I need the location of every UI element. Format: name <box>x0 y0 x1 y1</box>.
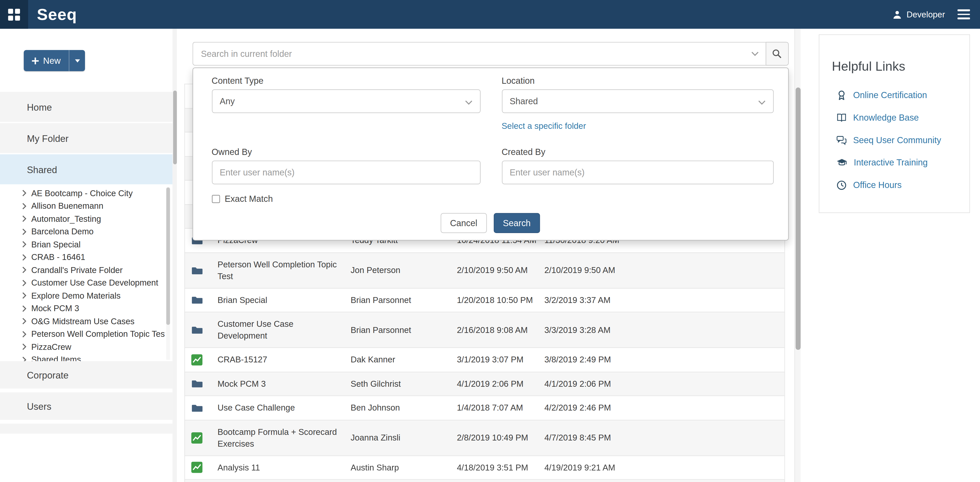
table-row[interactable]: Use Case Challenge Ben Johnson 1/4/2018 … <box>185 396 784 420</box>
chevron-down-icon[interactable] <box>751 51 758 56</box>
chevron-right-icon[interactable] <box>22 266 27 274</box>
new-button-dropdown[interactable] <box>68 50 85 71</box>
folder-tree-item[interactable]: Crandall's Private Folder <box>0 264 165 276</box>
helpful-links-list: Online Certification Knowledge Base Seeq… <box>819 84 969 196</box>
cancel-button[interactable]: Cancel <box>441 213 487 233</box>
chevron-right-icon[interactable] <box>22 189 27 197</box>
main-scrollbar[interactable] <box>794 29 800 482</box>
chevron-right-icon[interactable] <box>22 241 27 248</box>
book-icon <box>836 112 847 122</box>
table-row[interactable]: Bootcamp Formula + Scorecard Exercises J… <box>185 420 784 456</box>
table-row[interactable]: CRAB-15127 Dak Kanner 3/1/2019 3:07 PM 3… <box>185 348 784 372</box>
folder-tree-item-label: O&G Midstream Use Cases <box>31 317 135 326</box>
grid-icon <box>8 8 20 20</box>
search-icon <box>772 49 782 59</box>
folder-tree-item[interactable]: Brian Special <box>0 238 165 251</box>
item-updated-at: 4/1/2019 2:06 PM <box>544 379 784 388</box>
folder-tree-item[interactable]: Customer Use Case Development <box>0 276 165 289</box>
sidebar-scrollbar-thumb[interactable] <box>173 91 177 164</box>
chevron-right-icon[interactable] <box>22 292 27 299</box>
item-updated-at: 3/2/2019 3:37 AM <box>544 295 784 305</box>
folder-tree-item-label: Shared Items <box>31 355 81 361</box>
folder-tree-item[interactable]: O&G Midstream Use Cases <box>0 315 165 328</box>
chevron-right-icon[interactable] <box>22 343 27 351</box>
chevron-right-icon[interactable] <box>22 202 27 210</box>
chevron-right-icon[interactable] <box>22 305 27 312</box>
item-created-at: 1/20/2018 10:50 PM <box>457 295 544 305</box>
exact-match-checkbox[interactable]: Exact Match <box>212 194 273 204</box>
item-name-link[interactable]: Use Case Challenge <box>218 396 351 419</box>
select-specific-folder-link[interactable]: Select a specific folder <box>502 121 586 130</box>
item-name-link[interactable]: Analysis 15 <box>218 480 351 482</box>
folder-tree-item[interactable]: Barcelona Demo <box>0 225 165 238</box>
certification-icon <box>836 90 847 100</box>
tree-scrollbar-thumb[interactable] <box>166 188 170 325</box>
folder-tree-item[interactable]: Allison Buenemann <box>0 199 165 212</box>
new-button[interactable]: New <box>24 50 85 71</box>
sidebar-item-home[interactable]: Home <box>0 92 172 122</box>
table-row[interactable]: Brian Special Brian Parsonnet 1/20/2018 … <box>185 288 784 312</box>
chevron-right-icon[interactable] <box>22 330 27 338</box>
sidebar-item-shared[interactable]: Shared <box>0 154 172 185</box>
search-submit-button[interactable] <box>765 42 788 65</box>
link-interactive-training[interactable]: Interactive Training <box>819 151 969 173</box>
main-scrollbar-thumb[interactable] <box>795 87 801 350</box>
sidebar-item-users[interactable]: Users <box>0 392 172 420</box>
sidebar-item-label: Home <box>27 102 52 112</box>
created-by-input[interactable] <box>502 161 773 185</box>
user-menu[interactable]: Developer <box>893 10 945 19</box>
folder-tree-item[interactable]: CRAB - 16461 <box>0 251 165 264</box>
folder-tree-item[interactable]: Mock PCM 3 <box>0 302 165 315</box>
created-by-label: Created By <box>502 147 546 157</box>
sidebar-item-my-folder[interactable]: My Folder <box>0 123 172 153</box>
search-button[interactable]: Search <box>493 213 540 233</box>
table-row[interactable]: Customer Use Case Development Brian Pars… <box>185 312 784 348</box>
plus-icon <box>32 57 39 64</box>
exact-match-label: Exact Match <box>225 194 273 204</box>
folder-tree-item[interactable]: AE Bootcamp - Choice City <box>0 187 165 199</box>
link-office-hours[interactable]: Office Hours <box>819 173 969 196</box>
item-name-link[interactable]: Peterson Well Completion Topic Test <box>218 253 351 288</box>
item-name-link[interactable]: Analysis 11 <box>218 456 351 479</box>
search-input[interactable] <box>192 42 765 65</box>
content-type-value: Any <box>220 96 235 106</box>
folder-tree-item[interactable]: PizzaCrew <box>0 340 165 353</box>
location-label: Location <box>502 76 535 86</box>
link-knowledge-base[interactable]: Knowledge Base <box>819 106 969 129</box>
link-seeq-user-community[interactable]: Seeq User Community <box>819 129 969 151</box>
chevron-right-icon[interactable] <box>22 279 27 286</box>
table-row[interactable]: Analysis 15 Austin Sharp 4/24/2019 2:50 … <box>185 480 784 482</box>
app-switcher-button[interactable] <box>0 0 28 29</box>
hamburger-menu-icon[interactable] <box>956 7 971 22</box>
sidebar-item-corporate[interactable]: Corporate <box>0 361 172 388</box>
chevron-right-icon[interactable] <box>22 318 27 325</box>
item-name-link[interactable]: Bootcamp Formula + Scorecard Exercises <box>218 420 351 455</box>
folder-tree-item[interactable]: Peterson Well Completion Topic Test <box>0 328 165 340</box>
chevron-right-icon[interactable] <box>22 253 27 261</box>
seeq-app: Seeq Developer New H <box>0 0 980 482</box>
content-type-select[interactable]: Any <box>212 89 480 113</box>
item-name-link[interactable]: Mock PCM 3 <box>218 372 351 395</box>
table-row[interactable]: Peterson Well Completion Topic Test Jon … <box>185 253 784 288</box>
table-row[interactable]: Mock PCM 3 Seth Gilchrist 4/1/2019 2:06 … <box>185 372 784 396</box>
owned-by-input[interactable] <box>212 161 480 185</box>
item-owner: Joanna Zinsli <box>351 433 457 442</box>
sidebar-scrollbar[interactable] <box>172 29 177 482</box>
folder-tree-item[interactable]: Automator_Testing <box>0 212 165 225</box>
item-name-link[interactable]: CRAB-15127 <box>218 348 351 371</box>
folder-tree-item[interactable]: Explore Demo Materials <box>0 289 165 302</box>
link-online-certification[interactable]: Online Certification <box>819 84 969 106</box>
chevron-down-icon <box>758 100 765 105</box>
chevron-right-icon[interactable] <box>22 356 27 361</box>
item-name-link[interactable]: Customer Use Case Development <box>218 312 351 348</box>
location-select[interactable]: Shared <box>502 89 773 113</box>
table-row[interactable]: Analysis 11 Austin Sharp 4/18/2019 3:51 … <box>185 456 784 480</box>
folder-tree-item[interactable]: Shared Items <box>0 353 165 361</box>
item-name-link[interactable]: Brian Special <box>218 288 351 312</box>
folder-tree-item-label: Automator_Testing <box>31 214 101 224</box>
tree-scrollbar[interactable] <box>166 188 170 360</box>
chevron-right-icon[interactable] <box>22 228 27 235</box>
folder-tree-item-label: Customer Use Case Development <box>31 278 158 288</box>
chevron-right-icon[interactable] <box>22 215 27 223</box>
checkbox-icon[interactable] <box>212 195 220 203</box>
